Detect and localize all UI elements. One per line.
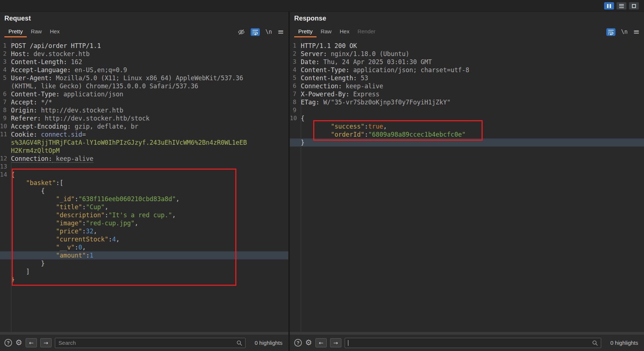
editor-line[interactable]: } [0,276,288,284]
editor-line[interactable]: "title":"Cup", [0,203,288,211]
editor-line[interactable]: "price":32, [0,227,288,235]
editor-line[interactable]: 6Content-Type: application/json [0,90,288,98]
token: keep-alive [52,155,94,163]
line-content: Origin: http://dev.stocker.htb [9,106,123,114]
token: H2Krm4zQltOpM [11,147,60,154]
tab-render[interactable]: Render [353,26,379,37]
response-panel-title: Response [294,15,326,22]
tab-pretty[interactable]: Pretty [294,26,317,37]
response-search-input[interactable] [345,338,601,348]
editor-line[interactable]: ] [0,267,288,276]
editor-line[interactable]: 5User-Agent: Mozilla/5.0 (X11; Linux x86… [0,74,288,82]
word-wrap-button[interactable] [251,28,260,36]
editor-line[interactable]: 9Referer: http://dev.stocker.htb/stock [0,114,288,122]
editor-line[interactable]: 13 [0,163,288,171]
editor-line[interactable]: "basket":[ [0,179,288,187]
response-highlight-count: 0 highlights [604,340,640,346]
editor-line[interactable]: "amount":1 [0,251,288,259]
token: en-US,en;q=0.9 [71,66,127,74]
token: Origin: [11,107,37,114]
editor-line[interactable]: 1POST /api/order HTTP/1.1 [0,42,288,50]
editor-line[interactable]: (KHTML, like Gecko) Chrome/135.0.0.0 Saf… [0,82,288,90]
line-number: 12 [0,155,9,163]
line-content: POST /api/order HTTP/1.1 [9,42,101,50]
request-search-input[interactable] [55,338,246,348]
editor-menu-icon[interactable]: ≡ [633,28,640,36]
line-number: 13 [0,163,9,171]
editor-line[interactable]: 8ETag: W/"35-vr7Sbz0oKjnp3f0y7FoyiH1jZkY… [290,98,644,106]
editor-line[interactable]: 4Accept-Language: en-US,en;q=0.9 [0,66,288,74]
editor-line[interactable]: "description":"It's a red cup.", [0,211,288,219]
tab-pretty[interactable]: Pretty [4,26,27,37]
line-content: Accept-Language: en-US,en;q=0.9 [9,66,127,74]
token: : [82,203,86,211]
editor-line[interactable]: 12Connection: keep-alive [0,155,288,163]
token: User-Agent: [11,74,52,82]
tab-hex[interactable]: Hex [46,26,64,37]
editor-line[interactable]: 1HTTP/1.1 200 OK [290,42,644,50]
tab-raw[interactable]: Raw [27,26,46,37]
editor-line[interactable]: 6Connection: keep-alive [290,82,644,90]
token [11,219,56,227]
word-wrap-button[interactable] [606,28,615,36]
burp-repeater-view: Request PrettyRawHex [0,0,644,351]
prev-match-button[interactable]: ← [26,338,37,347]
editor-line[interactable]: s%3AGV4RjjTHRjFCatA-lY1oW0IhPIzGJzyf.243… [0,138,288,147]
settings-gear-icon[interactable]: ⚙ [15,339,22,347]
next-match-button[interactable]: → [40,338,52,347]
editor-line[interactable]: 11Cookie: connect.sid= [0,130,288,138]
editor-line[interactable]: 4Content-Type: application/json; charset… [290,66,644,74]
help-icon[interactable]: ? [4,339,12,347]
editor-line[interactable]: 2Host: dev.stocker.htb [0,50,288,58]
settings-gear-icon[interactable]: ⚙ [305,339,312,347]
editor-line[interactable]: 14{ [0,171,288,179]
token: s%3AGV4RjjTHRjFCatA-lY1oW0IhPIzGJzyf.243… [11,139,247,146]
stacked-layout-button[interactable] [617,2,626,10]
tab-hex[interactable]: Hex [336,26,353,37]
token: Content-Type: [11,90,60,98]
line-number [290,138,299,147]
token: , [82,244,86,251]
line-content: Accept: */* [9,98,52,106]
editor-line[interactable]: "orderId":"6809a98a89ccec1b4ebcfc0e" [290,130,644,138]
request-search-bar: ? ⚙ ← → 0 highlights [0,334,288,351]
line-number [0,147,9,155]
editor-menu-icon[interactable]: ≡ [277,28,284,36]
editor-line[interactable]: 7Accept: */* [0,98,288,106]
selection-visibility-icon[interactable] [237,28,245,36]
token: { [11,187,45,195]
columns-layout-button[interactable] [604,2,614,10]
show-newlines-button[interactable]: \n [621,29,628,35]
show-newlines-button[interactable]: \n [265,29,272,35]
editor-line[interactable]: } [290,138,644,147]
editor-line[interactable]: } [0,259,288,267]
editor-line[interactable]: 10Accept-Encoding: gzip, deflate, br [0,122,288,130]
editor-line[interactable]: 3Date: Thu, 24 Apr 2025 03:01:30 GMT [290,58,644,66]
request-editor[interactable]: 1POST /api/order HTTP/1.12Host: dev.stoc… [0,37,288,332]
token [11,203,56,211]
editor-line[interactable]: { [0,187,288,195]
editor-line[interactable]: "currentStock":4, [0,235,288,243]
editor-line[interactable]: "__v":0, [0,243,288,251]
editor-line[interactable]: 2Server: nginx/1.18.0 (Ubuntu) [290,50,644,58]
editor-line[interactable]: 10{ [290,114,644,122]
editor-line[interactable]: 5Content-Length: 53 [290,74,644,82]
editor-line[interactable]: 8Origin: http://dev.stocker.htb [0,106,288,114]
editor-line[interactable]: "image":"red-cup.jpg", [0,219,288,227]
editor-line[interactable]: H2Krm4zQltOpM [0,147,288,155]
editor-line[interactable]: 9 [290,106,644,114]
editor-line[interactable]: 7X-Powered-By: Express [290,90,644,98]
help-icon[interactable]: ? [294,339,302,347]
line-content: (KHTML, like Gecko) Chrome/135.0.0.0 Saf… [9,82,198,90]
prev-match-button[interactable]: ← [315,338,327,347]
line-number: 7 [0,98,9,106]
editor-line[interactable]: 3Content-Length: 162 [0,58,288,66]
tab-raw[interactable]: Raw [317,26,336,37]
single-layout-button[interactable] [629,2,639,10]
editor-line[interactable]: "_id":"638f116eeb060210cbd83a8d", [0,195,288,203]
line-number: 6 [290,82,299,90]
response-editor[interactable]: 1HTTP/1.1 200 OK2Server: nginx/1.18.0 (U… [290,37,644,332]
editor-line[interactable]: "success":true, [290,122,644,130]
response-toolbar: \n ≡ [606,26,640,37]
next-match-button[interactable]: → [330,338,341,347]
